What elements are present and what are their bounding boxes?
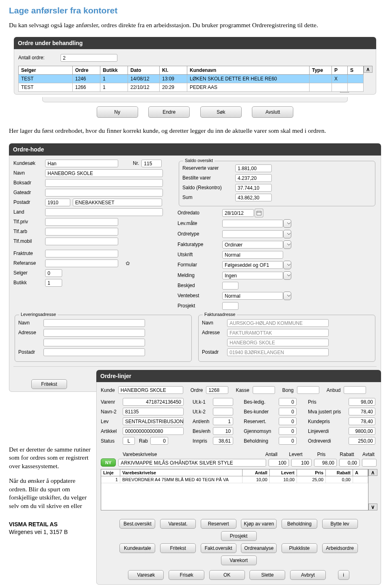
page-heading: Lage anførsler fra kontoret [9,6,381,15]
reservert-button[interactable]: Reservert [201,519,236,529]
ordretype-input[interactable] [222,230,283,238]
utk2-input[interactable] [213,408,233,415]
lev-navn-input[interactable] [43,319,145,327]
prosjekt-input[interactable] [222,302,238,310]
col-p[interactable]: P [332,66,348,74]
formular-input[interactable]: Følgeseddel og OF1 [222,261,283,269]
tlfpriv-input[interactable] [45,218,118,226]
orders-table: Selger Ordre Butikk Dato Kl. Kundenavn T… [18,66,364,92]
col-selger[interactable]: Selger [19,66,73,74]
p3-anbud[interactable] [344,386,366,394]
plukkliste-button[interactable]: Plukkliste [282,543,317,553]
info-button[interactable]: i [338,570,349,580]
levmate-dd[interactable] [283,219,291,228]
bestoversikt-button[interactable]: Best.oversikt [119,519,155,529]
form-dd[interactable] [283,261,291,269]
arbeidsordre-button[interactable]: Arbeidsordre [322,543,358,553]
count-input[interactable]: 2 [61,54,117,62]
search-icon[interactable]: ✿ [126,260,130,266]
beskr-input[interactable]: ARKIVMAPPE M/LÅS O/HÅNDTAK SILVER STYLE [118,459,266,467]
table-row[interactable]: TEST1246 114/08/12 13:09LØKEN SKOLE DETT… [19,74,364,83]
post1-input[interactable]: 1910 [45,199,70,206]
slette-button[interactable]: Slette [249,570,285,580]
lev-post-input[interactable] [43,348,145,356]
col-s[interactable]: S [348,66,364,74]
nr-input[interactable]: 115 [141,160,162,167]
ordreanalyse-button[interactable]: Ordreanalyse [241,543,277,553]
line-row[interactable]: 1 BREVORDNER A4 75MM BLÅ MED 40 TEGN PÅ … [101,476,368,483]
levert-input[interactable]: 100 [291,459,312,467]
fakt-dd[interactable] [283,240,291,249]
frisok-button[interactable]: Frisøk [169,570,204,580]
levmate-input[interactable] [222,220,283,227]
boksadr-input[interactable] [45,179,163,187]
utskrift-input[interactable]: Normal [222,251,283,259]
ordretype-dd[interactable] [283,230,291,238]
tlfarb-input[interactable] [45,228,118,236]
navn2-input[interactable]: 81135 [123,408,184,415]
p3-kasse[interactable] [253,386,275,394]
prosjekt-button[interactable]: Prosjekt [221,531,257,541]
varesok-button[interactable]: Varesøk [128,570,164,580]
col-type[interactable]: Type [310,66,332,74]
varenr-input[interactable]: 4718724136450 [123,398,184,406]
gateadr-input[interactable] [45,189,163,197]
fritekst2-button[interactable]: Fritekst [160,543,196,553]
land-input[interactable] [45,208,163,216]
pris-input[interactable]: 98,00 [314,459,337,467]
beskjed-input[interactable] [222,282,238,290]
p3-kunde[interactable]: HANEBORG SKOLE [118,386,183,394]
vente-dd[interactable] [283,292,291,300]
ny-line-button[interactable]: NY [101,458,116,467]
p3-bong[interactable] [297,386,319,394]
ok-button[interactable]: OK [209,570,245,580]
avbryt-button[interactable]: Avbryt [290,570,326,580]
meld-dd[interactable] [283,271,291,280]
endre-button[interactable]: Endre [148,106,190,118]
side-text-2: Når du ønsker å oppdatere ordren. Blir d… [9,477,92,510]
sok-button[interactable]: Søk [200,106,242,118]
antall-input[interactable]: 100 [269,459,289,467]
col-ordre[interactable]: Ordre [73,66,100,74]
ordredato-input[interactable]: 28/10/12 [222,209,254,217]
byttelev-button[interactable]: Bytte lev [322,519,358,529]
kundeavtale-button[interactable]: Kundeavtale [119,543,155,553]
ventebest-input[interactable]: Normal [222,292,283,300]
varestat-button[interactable]: Varestat. [160,519,196,529]
beholdning-button[interactable]: Beholdning [282,519,317,529]
melding-input[interactable]: Ingen [222,272,283,279]
col-dato[interactable]: Dato [128,66,160,74]
col-kundenavn[interactable]: Kundenavn [187,66,310,74]
line-scroll-down[interactable]: ∨ [368,504,377,510]
kundesok-input[interactable]: Han [45,160,118,167]
ref-input[interactable] [45,259,118,267]
avslutt-button[interactable]: Avslutt [252,106,293,118]
utk1-input[interactable] [213,398,233,406]
col-kl[interactable]: Kl. [160,66,187,74]
butikk-input[interactable]: 1 [45,279,62,287]
footer-company: VISMA RETAIL AS [9,521,92,528]
footer-addr: Wirgenes vei 1, 3157 B [9,528,92,536]
post2-input[interactable]: ENEBAKKNESET [73,199,162,206]
avtalt-input[interactable] [362,459,377,467]
selger-input[interactable]: 0 [45,269,62,277]
fraktrute-input[interactable] [45,250,118,257]
fakturatype-input[interactable]: Ordinær [222,241,283,249]
calendar-icon[interactable] [255,209,263,217]
navn-input[interactable]: HANEBORG SKOLE [45,169,163,177]
p3-ordre[interactable]: 1268 [206,386,228,394]
lev-adr2-input[interactable] [43,339,145,346]
line-scroll-up[interactable]: ∧ [368,469,377,476]
tlfmobil-input[interactable] [45,238,118,245]
varekort-button[interactable]: Varekort [221,556,257,565]
artikkel-input[interactable]: 00000000000080 [123,427,184,435]
svg-rect-0 [257,211,261,215]
rabatt-input[interactable]: 0,00 [339,459,360,467]
scroll-up[interactable]: ∧ [364,66,373,73]
col-butikk[interactable]: Butikk [100,66,128,74]
faktoversikt-button[interactable]: Fakt.oversikt [201,543,236,553]
kjop-button[interactable]: Kjøp av varen [241,519,277,529]
lev-adr1-input[interactable] [43,329,145,337]
table-row[interactable]: TEST1266 122/10/12 20:29PEDER AAS [19,83,364,91]
ny-button[interactable]: Ny [97,106,138,118]
